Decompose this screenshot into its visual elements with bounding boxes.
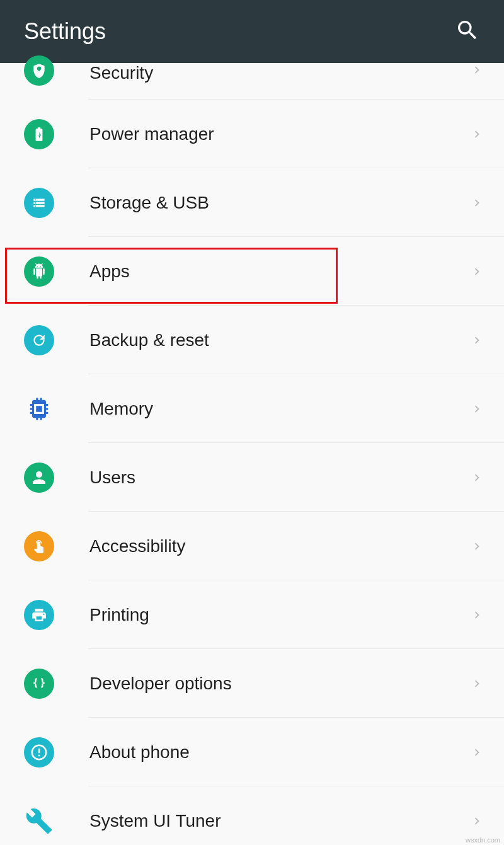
settings-item-printing[interactable]: Printing — [0, 580, 504, 649]
settings-item-users[interactable]: Users — [0, 443, 504, 512]
settings-item-about-phone[interactable]: About phone — [0, 718, 504, 786]
settings-item-label: Users — [89, 468, 470, 488]
chevron-right-icon — [470, 471, 484, 485]
settings-item-security[interactable]: Security — [0, 63, 504, 100]
android-icon — [24, 256, 54, 287]
chevron-right-icon — [470, 196, 484, 210]
svg-point-2 — [35, 205, 36, 206]
chevron-right-icon — [470, 745, 484, 759]
search-button[interactable] — [455, 18, 480, 45]
settings-list: Security Power manager Storage & USB App… — [0, 63, 504, 845]
chevron-right-icon — [470, 539, 484, 553]
settings-item-system-ui-tuner[interactable]: System UI Tuner — [0, 786, 504, 845]
chevron-right-icon — [470, 333, 484, 347]
watermark: wsxdn.com — [466, 836, 500, 844]
touch-icon — [24, 531, 54, 561]
settings-item-apps[interactable]: Apps — [0, 237, 504, 306]
settings-item-backup-reset[interactable]: Backup & reset — [0, 306, 504, 374]
chevron-right-icon — [470, 608, 484, 622]
braces-icon — [24, 669, 54, 699]
printer-icon — [24, 600, 54, 630]
svg-point-0 — [35, 199, 36, 200]
svg-point-1 — [35, 202, 36, 204]
settings-item-developer-options[interactable]: Developer options — [0, 649, 504, 718]
refresh-icon — [24, 325, 54, 355]
chevron-right-icon — [470, 677, 484, 691]
storage-icon — [24, 188, 54, 218]
chevron-right-icon — [470, 127, 484, 141]
settings-item-label: Developer options — [89, 674, 470, 694]
settings-item-label: Accessibility — [89, 536, 470, 556]
chevron-right-icon — [470, 402, 484, 416]
settings-item-label: System UI Tuner — [89, 811, 470, 831]
svg-rect-3 — [36, 406, 42, 412]
settings-item-label: Backup & reset — [89, 330, 470, 350]
user-icon — [24, 463, 54, 493]
settings-item-label: Memory — [89, 399, 470, 419]
app-header: Settings — [0, 0, 504, 63]
settings-item-label: Power manager — [89, 124, 470, 144]
chevron-right-icon — [470, 265, 484, 279]
settings-item-memory[interactable]: Memory — [0, 374, 504, 443]
search-icon — [455, 18, 480, 43]
settings-item-storage[interactable]: Storage & USB — [0, 168, 504, 237]
settings-item-accessibility[interactable]: Accessibility — [0, 512, 504, 580]
settings-item-label: Storage & USB — [89, 193, 470, 213]
info-icon — [24, 737, 54, 767]
shield-icon — [24, 55, 54, 86]
settings-item-label: About phone — [89, 742, 470, 762]
settings-item-power-manager[interactable]: Power manager — [0, 100, 504, 168]
page-title: Settings — [24, 18, 106, 45]
wrench-icon — [24, 807, 54, 835]
battery-icon — [24, 119, 54, 149]
chevron-right-icon — [470, 63, 484, 77]
settings-item-label: Apps — [89, 262, 470, 282]
settings-item-label: Printing — [89, 605, 470, 625]
memory-icon — [24, 397, 54, 421]
chevron-right-icon — [470, 814, 484, 828]
settings-item-label: Security — [89, 63, 470, 83]
